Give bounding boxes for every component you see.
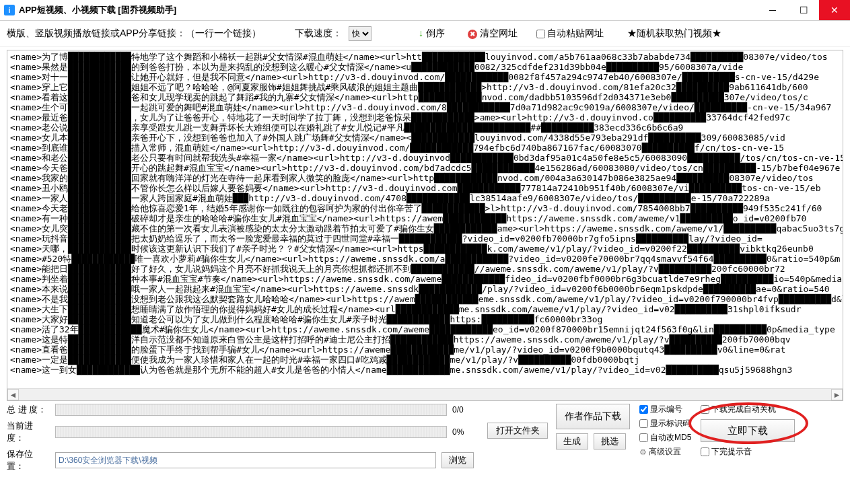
- done-sound-checkbox[interactable]: 下完提示音: [701, 446, 752, 458]
- scroll-left-icon[interactable]: ◄: [7, 389, 19, 400]
- save-path-label: 保存位置：: [7, 448, 50, 472]
- horizontal-scrollbar[interactable]: ◄ ►: [7, 388, 843, 400]
- show-number-checkbox[interactable]: 显示编号: [639, 404, 691, 415]
- browse-button[interactable]: 浏览: [441, 452, 474, 468]
- show-code-checkbox[interactable]: 显示标识码: [639, 418, 691, 429]
- download-now-button[interactable]: 立即下载: [701, 419, 795, 442]
- random-hot-button[interactable]: ★随机获取热门视频★: [623, 26, 726, 42]
- generate-button[interactable]: 生成: [556, 433, 588, 449]
- toolbar: 横版、竖版视频播放链接或APP分享链接：（一行一个链接） 下载速度： 快 ↓ 倒…: [0, 21, 850, 47]
- window-title: APP短视频、小视频下载 [固乔视频助手]: [19, 4, 176, 16]
- window-minimize-button[interactable]: ─: [757, 0, 788, 20]
- speed-select[interactable]: 快: [349, 26, 371, 41]
- reorder-button[interactable]: ↓ 倒序: [419, 28, 445, 40]
- window-close-button[interactable]: ✕: [819, 0, 850, 20]
- scroll-right-icon[interactable]: ►: [831, 389, 843, 400]
- url-list-box: ◄ ►: [7, 50, 843, 401]
- pick-button[interactable]: 挑选: [594, 433, 626, 449]
- author-download-button[interactable]: 作者作品下载: [556, 404, 630, 429]
- current-progress-bar: [55, 426, 447, 438]
- total-progress-label: 总 进 度：: [7, 404, 50, 416]
- advanced-settings-button[interactable]: ⚙ 高级设置: [639, 446, 691, 458]
- url-list-textarea[interactable]: [7, 50, 843, 387]
- current-progress-value: 0%: [452, 427, 479, 437]
- bottom-panel: 总 进 度： 0/0 当前进度： 0% 保存位置： 浏览 打开文件夹 作者作品下…: [0, 402, 850, 476]
- total-progress-bar: [55, 404, 447, 416]
- current-progress-label: 当前进度：: [7, 420, 50, 444]
- speed-label: 下载速度：: [295, 28, 342, 40]
- clear-icon: ✖: [468, 30, 477, 39]
- app-icon: i: [4, 5, 15, 15]
- clear-urls-button[interactable]: ✖ 清空网址: [468, 28, 518, 40]
- gear-icon: ⚙: [639, 447, 647, 457]
- auto-paste-checkbox[interactable]: 自动粘贴网址: [536, 28, 604, 40]
- save-path-input[interactable]: [55, 452, 436, 468]
- title-bar: i APP短视频、小视频下载 [固乔视频助手] ─ ☐ ✕: [0, 0, 850, 21]
- open-folder-button[interactable]: 打开文件夹: [487, 423, 548, 439]
- auto-md5-checkbox[interactable]: 自动改MD5: [639, 432, 691, 443]
- total-progress-value: 0/0: [452, 405, 479, 415]
- arrow-down-icon: ↓: [419, 28, 423, 38]
- links-hint-label: 横版、竖版视频播放链接或APP分享链接：（一行一个链接）: [7, 28, 261, 40]
- window-maximize-button[interactable]: ☐: [788, 0, 819, 20]
- auto-shutdown-checkbox[interactable]: 下载完成自动关机: [701, 404, 776, 415]
